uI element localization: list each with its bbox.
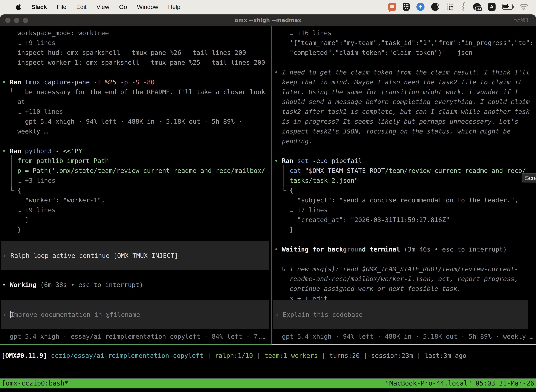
indent-guide xyxy=(2,166,17,176)
text-segment: … +9 lines xyxy=(2,206,55,214)
text-segment: … +9 lines xyxy=(2,39,55,46)
text-segment: } xyxy=(274,226,293,233)
text-segment: • xyxy=(274,69,282,76)
terminal-line: … +9 lines xyxy=(2,38,270,48)
grid-dots-icon[interactable] xyxy=(446,3,454,11)
terminal-line: '{"team_name":"my-team","task_id":"1","f… xyxy=(274,38,536,48)
window-shortcut-hint: ⌥⌘1 xyxy=(514,15,529,26)
text-segment: | xyxy=(203,352,215,359)
text-segment: … +3 lines xyxy=(17,177,56,184)
terminal-line: inspect_worker-1: omx sparkshell --tmux-… xyxy=(2,58,270,67)
terminal-line: } xyxy=(2,225,270,235)
window-titlebar[interactable]: omx --xhigh --madmax ⌥⌘1 xyxy=(0,15,536,26)
text-segment: workspace_mode: worktree xyxy=(2,29,109,37)
terminal-line: cat "$OMX_TEAM_STATE_ROOT/team/review-cu… xyxy=(274,166,536,176)
terminal-line xyxy=(2,67,270,77)
wifi-icon[interactable] xyxy=(519,3,528,11)
text-segment: (3m 46s • esc to interrupt) xyxy=(404,246,507,253)
text-segment: … +7 lines xyxy=(274,206,328,214)
text-segment: gpt-5.4 xhigh · essay/ai-reimplementatio… xyxy=(2,333,265,340)
menu-item-view[interactable]: View xyxy=(96,4,109,10)
text-segment: team:1 workers xyxy=(264,352,318,359)
text-segment: ralph:1/10 xyxy=(215,352,253,359)
text-segment: "completed","claim_token":"claim-token"}… xyxy=(274,49,473,56)
notification-chat-icon[interactable] xyxy=(388,3,396,11)
text-segment: [OMX#0.11.9] xyxy=(1,352,51,359)
text-segment: $ xyxy=(309,167,312,174)
text-segment: -euo pipefail xyxy=(312,157,362,164)
indent-guide xyxy=(274,176,290,186)
text-segment: session:23m xyxy=(371,352,413,359)
text-segment: • xyxy=(2,281,10,288)
pane-divider[interactable] xyxy=(271,26,272,344)
text-segment: 1 new msg(s): read $OMX_TEAM_STATE_ROOT/… xyxy=(290,265,518,273)
battery-bolt-icon xyxy=(505,4,510,9)
menu-item-help[interactable]: Help xyxy=(168,4,180,10)
menu-item-go[interactable]: Go xyxy=(119,4,127,10)
text-segment: ] xyxy=(2,216,29,223)
text-segment: %25 xyxy=(105,79,120,86)
menu-item-window[interactable]: Window xyxy=(137,4,158,10)
terminal-window: omx --xhigh --madmax ⌥⌘1 workspace_mode:… xyxy=(0,14,536,392)
text-segment: -p xyxy=(120,79,132,86)
terminal-line: ] xyxy=(2,215,270,225)
working-status: • Working (6m 38s • esc to interrupt) xyxy=(2,280,143,290)
terminal-line: task2 after task1 is complete, but can I… xyxy=(274,107,536,117)
text-segment: rou xyxy=(347,246,358,253)
terminal-line xyxy=(2,136,270,146)
text-segment: "worker": "worker-1", xyxy=(2,196,105,204)
input-source-icon[interactable]: A xyxy=(488,3,496,11)
menu-item-file[interactable]: File xyxy=(57,4,67,10)
text-segment: gpt-5.4 xhigh · 94% left · 488K in · 5.1… xyxy=(2,118,242,125)
text-segment: tmux xyxy=(25,79,44,86)
squiggle-icon[interactable] xyxy=(460,2,466,12)
terminal-line: inspect_hud: omx sparkshell --tmux-pane … xyxy=(2,48,270,58)
terminal-line: … +110 lines xyxy=(2,107,270,117)
menu-app-name[interactable]: Slack xyxy=(31,4,47,10)
apple-menu-icon[interactable] xyxy=(15,3,21,10)
text-segment: I need to get the claim token from the c… xyxy=(282,69,530,76)
text-segment: from pathlib import Path xyxy=(17,157,109,164)
text-segment: later. Using the same for transition mig… xyxy=(274,88,518,96)
tmux-status-bar: [omx-cczip0:bash* "MacBook-Pro-44.local"… xyxy=(0,378,536,388)
text-segment: › xyxy=(3,311,10,318)
tmux-host-clock: "MacBook-Pro-44.local" 05:03 31-Mar-26 xyxy=(385,378,534,388)
moon-disk-icon[interactable] xyxy=(431,3,439,11)
terminal-line: should send a message before completing … xyxy=(274,97,536,107)
terminal-line: … +9 lines xyxy=(2,205,270,215)
screen-share-tooltip[interactable]: Scre xyxy=(522,173,536,182)
timer-badge-count: ..61 xyxy=(475,6,483,12)
text-segment: ↳ xyxy=(274,265,290,273)
text-segment: -80 xyxy=(143,79,155,86)
terminal-line: "created_at": "2026-03-31T11:59:27.816Z" xyxy=(274,215,536,225)
terminal-line: } xyxy=(274,225,536,235)
privacy-shield-icon[interactable] xyxy=(403,3,410,11)
sync-bolt-icon[interactable] xyxy=(416,3,425,11)
text-segment: turns:20 xyxy=(329,352,360,359)
timer-badge-icon[interactable]: ..61 xyxy=(473,3,481,10)
terminal-line: "worker": "worker-1", xyxy=(2,195,270,205)
text-segment: cczip/essay/ai-reimplementation-copyleft xyxy=(51,352,203,359)
terminal-line: readme-and-reco/mailbox/worker-1.json, a… xyxy=(274,274,536,284)
text-segment: <<'PY' xyxy=(63,147,86,154)
text-segment: " xyxy=(305,167,309,174)
text-segment: | xyxy=(413,352,425,359)
left-prompt-text: › Improve documentation in @filename xyxy=(1,310,269,320)
left-prompt-input[interactable]: › Improve documentation in @filename xyxy=(1,300,269,329)
right-prompt-input[interactable]: › Explain this codebase xyxy=(273,300,528,329)
menu-status-icons: ..61 A xyxy=(388,2,536,12)
tmux-pane-left[interactable]: workspace_mode: worktree … +9 lines insp… xyxy=(0,26,270,344)
text-segment: Waiting for back xyxy=(282,246,343,253)
text-segment: { xyxy=(290,187,293,194)
terminal-line xyxy=(274,235,536,244)
menu-item-edit[interactable]: Edit xyxy=(76,4,87,10)
terminal-line: … +16 lines xyxy=(274,28,536,38)
text-segment: n xyxy=(358,246,362,253)
text-segment: g xyxy=(343,246,347,253)
tmux-pane-right[interactable]: … +16 lines '{"team_name":"my-team","tas… xyxy=(272,26,536,344)
terminal-line: gpt-5.4 xhigh · 94% left · 488K in · 5.1… xyxy=(2,117,270,126)
battery-charging-icon[interactable] xyxy=(502,4,513,10)
text-segment: Ran xyxy=(10,147,25,154)
terminal-line: └ be necessary for the end of the README… xyxy=(2,87,270,97)
text-segment: "created_at": "2026-03-31T11:59:27.816Z" xyxy=(274,216,450,223)
